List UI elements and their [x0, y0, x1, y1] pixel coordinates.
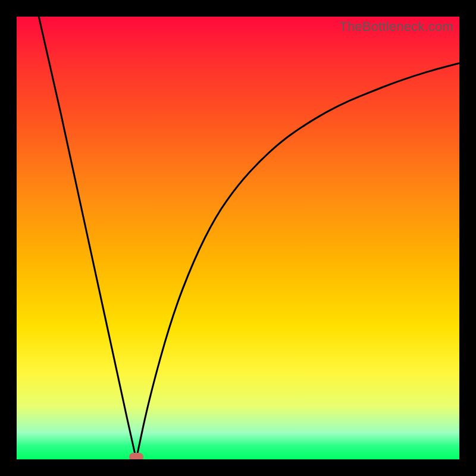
watermark-text: TheBottleneck.com: [339, 19, 453, 35]
minimum-marker: [129, 453, 143, 459]
curve-path: [39, 17, 459, 459]
bottleneck-curve: [17, 17, 459, 459]
plot-area: TheBottleneck.com: [17, 17, 459, 459]
chart-frame: TheBottleneck.com: [0, 0, 476, 476]
